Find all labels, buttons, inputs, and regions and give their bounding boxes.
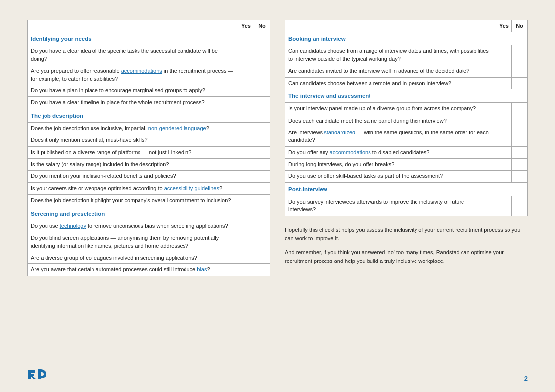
table-row: Do you use technology to remove unconsci… — [28, 220, 238, 232]
table-row: Do you use or offer skill-based tasks as… — [285, 171, 496, 182]
right-table: Yes No Booking an interviewCan candidate… — [285, 20, 528, 216]
page-number: 2 — [524, 375, 528, 382]
footer-paragraph-1: Hopefully this checklist helps you asses… — [285, 226, 528, 243]
yes-cell — [496, 196, 512, 216]
yes-cell — [496, 103, 512, 115]
no-cell — [512, 159, 528, 171]
table-row: Can candidates choose between a remote a… — [285, 77, 496, 89]
left-table: Yes No Identifying your needsDo you have… — [27, 20, 270, 276]
yes-cell — [496, 45, 512, 65]
no-cell — [254, 195, 270, 207]
yes-cell — [496, 171, 512, 182]
yes-cell — [496, 115, 512, 127]
header-yes-left: Yes — [238, 20, 254, 32]
header-yes-right: Yes — [496, 20, 512, 32]
table-row: Are you prepared to offer reasonable acc… — [28, 65, 238, 85]
section-header: Identifying your needs — [28, 32, 270, 45]
yes-cell — [238, 264, 254, 276]
no-cell — [512, 127, 528, 146]
yes-cell — [238, 171, 254, 182]
right-column: Yes No Booking an interviewCan candidate… — [285, 20, 528, 276]
yes-cell — [238, 220, 254, 232]
table-row: Do you have a clear timeline in place fo… — [28, 97, 238, 109]
table-row: Do you survey interviewees afterwards to… — [285, 196, 496, 216]
no-cell — [512, 115, 528, 127]
inline-link[interactable]: bias — [197, 266, 207, 272]
no-cell — [254, 65, 270, 85]
yes-cell — [496, 159, 512, 171]
table-row: Do you have a plan in place to encourage… — [28, 85, 238, 97]
no-cell — [254, 171, 270, 182]
footer-paragraph-2: And remember, if you think you answered … — [285, 248, 528, 265]
yes-cell — [238, 45, 254, 65]
no-cell — [254, 159, 270, 171]
page-footer: 2 — [0, 366, 555, 382]
table-row: Do you offer any accommodations to disab… — [285, 146, 496, 158]
svg-marker-3 — [31, 376, 36, 379]
inline-link[interactable]: standardized — [324, 130, 355, 135]
svg-rect-1 — [28, 370, 35, 373]
yes-cell — [238, 159, 254, 171]
table-row: Is your interview panel made up of a div… — [285, 103, 496, 115]
table-row: Are interviews standardized — with the s… — [285, 127, 496, 146]
yes-cell — [238, 252, 254, 263]
yes-cell — [238, 195, 254, 207]
table-row: Do you mention your inclusion-related be… — [28, 171, 238, 182]
no-cell — [254, 220, 270, 232]
no-cell — [254, 85, 270, 97]
no-cell — [512, 65, 528, 77]
yes-cell — [496, 127, 512, 146]
header-no-left: No — [254, 20, 270, 32]
logo — [27, 366, 54, 382]
table-row: Does it only mention essential, must-hav… — [28, 134, 238, 146]
no-cell — [254, 122, 270, 134]
yes-cell — [238, 65, 254, 85]
inline-link[interactable]: accommodations — [121, 68, 162, 74]
table-row: Can candidates choose from a range of in… — [285, 45, 496, 65]
inline-link[interactable]: accessibility guidelines — [164, 185, 219, 191]
no-cell — [254, 252, 270, 263]
no-cell — [512, 171, 528, 182]
no-cell — [254, 146, 270, 158]
svg-rect-2 — [28, 374, 34, 376]
yes-cell — [496, 146, 512, 158]
table-row: Are you aware that certain automated pro… — [28, 264, 238, 276]
table-row: Does the job description use inclusive, … — [28, 122, 238, 134]
section-header: The interview and assessment — [285, 89, 528, 103]
no-cell — [512, 45, 528, 65]
no-cell — [512, 146, 528, 158]
left-column: Yes No Identifying your needsDo you have… — [27, 20, 270, 276]
no-cell — [512, 103, 528, 115]
table-row: Is the salary (or salary range) included… — [28, 159, 238, 171]
no-cell — [512, 196, 528, 216]
yes-cell — [238, 232, 254, 252]
yes-cell — [238, 97, 254, 109]
table-row: Do you have a clear idea of the specific… — [28, 45, 238, 65]
page-content: Yes No Identifying your needsDo you have… — [0, 0, 555, 306]
table-row: Do you blind screen applications — anony… — [28, 232, 238, 252]
table-row: Is your careers site or webpage optimise… — [28, 182, 238, 194]
yes-cell — [496, 65, 512, 77]
section-header: Screening and preselection — [28, 207, 270, 220]
no-cell — [254, 97, 270, 109]
table-row: Are a diverse group of colleagues involv… — [28, 252, 238, 263]
table-row: During long interviews, do you offer bre… — [285, 159, 496, 171]
inline-link[interactable]: non-gendered language — [148, 125, 206, 131]
no-cell — [512, 77, 528, 89]
header-no-right: No — [512, 20, 528, 32]
no-cell — [254, 232, 270, 252]
inline-link[interactable]: accommodations — [330, 149, 371, 155]
yes-cell — [238, 182, 254, 194]
footer-text: Hopefully this checklist helps you asses… — [285, 216, 528, 265]
table-row: Are candidates invited to the interview … — [285, 65, 496, 77]
section-header: Booking an interview — [285, 32, 528, 45]
table-row: Does the job description highlight your … — [28, 195, 238, 207]
no-cell — [254, 264, 270, 276]
inline-link[interactable]: technology — [60, 223, 86, 229]
yes-cell — [238, 122, 254, 134]
no-cell — [254, 182, 270, 194]
yes-cell — [238, 134, 254, 146]
no-cell — [254, 134, 270, 146]
table-row: Does each candidate meet the same panel … — [285, 115, 496, 127]
yes-cell — [238, 85, 254, 97]
